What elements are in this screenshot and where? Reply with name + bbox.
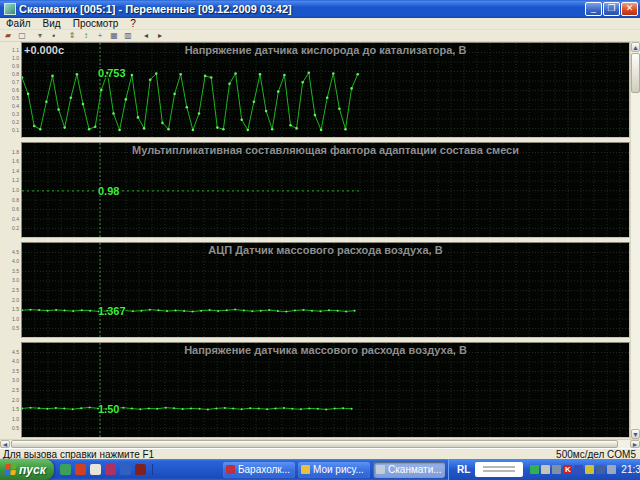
language-indicator[interactable]: RL xyxy=(457,464,470,475)
display-icon[interactable] xyxy=(607,465,616,474)
horizontal-scrollbar[interactable]: ◄ ► xyxy=(0,439,640,448)
record-button[interactable]: ▰ xyxy=(2,31,14,41)
tick-label: 0.6 xyxy=(12,88,19,93)
task-button-2[interactable]: Мои рису... xyxy=(298,462,370,478)
task-button-3[interactable]: Сканмати... xyxy=(373,462,445,478)
scroll-down-icon[interactable]: ▼ xyxy=(631,429,640,439)
tick-label: 1.5 xyxy=(12,407,19,412)
scroll-right-icon[interactable]: ► xyxy=(630,440,640,448)
tick-label: 1.4 xyxy=(12,169,19,174)
current-value-label: 0.753 xyxy=(98,67,126,79)
scroll-left-icon[interactable]: ◄ xyxy=(0,440,10,448)
network-signal-icon[interactable] xyxy=(552,465,561,474)
step-forward-button[interactable]: ▸ xyxy=(154,31,166,41)
menu-item-preview[interactable]: Просмотр xyxy=(67,18,125,30)
media-player-icon[interactable] xyxy=(60,464,71,475)
task-button-label: Сканмати... xyxy=(388,464,442,475)
browser-icon[interactable] xyxy=(75,464,86,475)
tick-label: 2.0 xyxy=(12,298,19,303)
y-axis-ticks: 1.81.61.41.21.00.80.60.40.2 xyxy=(0,142,21,238)
horizontal-scroll-thumb[interactable] xyxy=(11,440,618,448)
open-window-button[interactable]: ▢ xyxy=(16,31,28,41)
tick-label: 0.5 xyxy=(12,326,19,331)
tick-label: 3.5 xyxy=(12,369,19,374)
tick-label: 0.8 xyxy=(12,72,19,77)
tick-label: 0.4 xyxy=(12,104,19,109)
tick-label: 1.0 xyxy=(12,417,19,422)
downloads-icon[interactable] xyxy=(135,464,146,475)
tick-label: 1.8 xyxy=(12,150,19,155)
battery-blue-icon[interactable] xyxy=(574,465,583,474)
tick-label: 4.0 xyxy=(12,259,19,264)
tick-label: 3.5 xyxy=(12,269,19,274)
current-value-label: 1.367 xyxy=(98,305,126,317)
tick-label: 0.2 xyxy=(12,120,19,125)
plot-area-2[interactable]: Мультипликативная составляющая фактора а… xyxy=(21,142,630,238)
taskbar-clock[interactable]: 21:39 xyxy=(621,464,640,475)
tick-label: 1.0 xyxy=(12,317,19,322)
y-axis-ticks: 1.11.00.90.80.70.60.50.40.30.20.1 xyxy=(0,42,21,138)
plot-area-3[interactable]: АЦП Датчик массового расхода воздуха, В1… xyxy=(21,242,630,338)
menu-item-view[interactable]: Вид xyxy=(37,18,67,30)
plot-area-1[interactable]: Напряжение датчика кислорода до катализа… xyxy=(21,42,630,138)
task-button-icon xyxy=(301,465,310,474)
tick-label: 0.5 xyxy=(12,426,19,431)
stop-button[interactable]: ▪ xyxy=(48,31,60,41)
tray-icons: K xyxy=(528,465,616,474)
panel-title: Мультипликативная составляющая фактора а… xyxy=(22,144,629,156)
vertical-scrollbar[interactable]: ▲ ▼ xyxy=(630,42,640,439)
antivirus-icon[interactable]: K xyxy=(563,465,572,474)
tick-label: 0.8 xyxy=(12,198,19,203)
tick-label: 0.3 xyxy=(12,112,19,117)
graph-panel-3: 4.54.03.53.02.52.01.51.00.5АЦП Датчик ма… xyxy=(0,242,640,338)
tick-label: 3.0 xyxy=(12,378,19,383)
tick-label: 0.7 xyxy=(12,80,19,85)
scroll-up-icon[interactable]: ▲ xyxy=(631,42,640,52)
tick-label: 3.0 xyxy=(12,278,19,283)
task-button-label: Мои рису... xyxy=(313,464,364,475)
current-value-label: 1.50 xyxy=(98,403,119,415)
step-back-button[interactable]: ◂ xyxy=(140,31,152,41)
close-button[interactable]: ✕ xyxy=(621,2,638,16)
messenger-icon[interactable] xyxy=(105,464,116,475)
minimize-button[interactable]: _ xyxy=(585,2,602,16)
system-tray: RL K 21:39 xyxy=(448,459,640,480)
volume-icon[interactable] xyxy=(541,465,550,474)
tick-label: 0.4 xyxy=(12,217,19,222)
grid-view-button[interactable]: ▦ xyxy=(108,31,120,41)
graph-panel-4: 4.54.03.53.02.52.01.51.00.5Напряжение да… xyxy=(0,342,640,438)
notes-icon[interactable] xyxy=(90,464,101,475)
task-button-1[interactable]: Барахолк... xyxy=(223,462,295,478)
panel-title: Напряжение датчика кислорода до катализа… xyxy=(22,44,629,56)
app-icon xyxy=(4,3,16,15)
start-button-label: пуск xyxy=(19,463,46,477)
cursor-time-label: +0.000c xyxy=(24,44,64,56)
task-button-icon xyxy=(376,465,385,474)
panel-title: АЦП Датчик массового расхода воздуха, В xyxy=(22,244,629,256)
tray-widget[interactable] xyxy=(475,462,523,477)
status-green-icon[interactable] xyxy=(530,465,539,474)
maximize-button[interactable]: ❐ xyxy=(603,2,620,16)
internet-explorer-icon[interactable] xyxy=(120,464,131,475)
tick-label: 2.5 xyxy=(12,288,19,293)
start-button[interactable]: пуск xyxy=(0,459,54,480)
merge-view-button[interactable]: ↕ xyxy=(80,31,92,41)
menu-item-file[interactable]: Файл xyxy=(0,18,37,30)
graph-panel-1: 1.11.00.90.80.70.60.50.40.30.20.1Напряже… xyxy=(0,42,640,138)
pause-button[interactable]: ▾ xyxy=(34,31,46,41)
usb-device-icon[interactable] xyxy=(596,465,605,474)
window-titlebar[interactable]: Сканматик [005:1] - Переменные [09.12.20… xyxy=(0,0,640,18)
tick-label: 0.5 xyxy=(12,96,19,101)
tick-label: 1.5 xyxy=(12,307,19,312)
menu-item-help[interactable]: ? xyxy=(124,18,142,30)
add-variable-button[interactable]: + xyxy=(94,31,106,41)
split-view-button[interactable]: ⇕ xyxy=(66,31,78,41)
vertical-scroll-thumb[interactable] xyxy=(631,53,640,93)
window-title: Сканматик [005:1] - Переменные [09.12.20… xyxy=(19,3,584,15)
battery-yellow-icon[interactable] xyxy=(585,465,594,474)
tick-label: 0.6 xyxy=(12,207,19,212)
list-view-button[interactable]: ▥ xyxy=(122,31,134,41)
tick-label: 4.5 xyxy=(12,350,19,355)
status-help-text: Для вызова справки нажмите F1 xyxy=(0,449,556,460)
plot-area-4[interactable]: Напряжение датчика массового расхода воз… xyxy=(21,342,630,438)
